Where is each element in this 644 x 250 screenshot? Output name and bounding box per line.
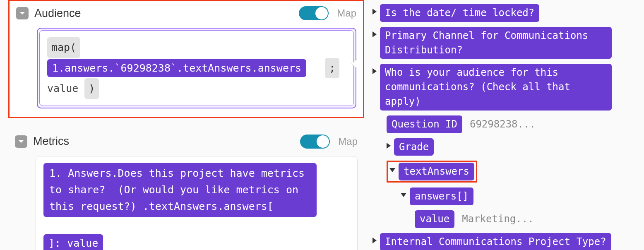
tree-node-value[interactable]: value Marketing...: [415, 210, 636, 228]
qid-key: Question ID: [387, 115, 462, 133]
metrics-title: Metrics: [33, 135, 294, 148]
collapse-toggle[interactable]: [16, 7, 29, 19]
metrics-section: Metrics Map 1. Answers.Does this project…: [8, 130, 364, 250]
metrics-formula[interactable]: 1. Answers.Does this project have metric…: [36, 156, 358, 250]
chevron-down-icon: [19, 10, 26, 17]
audience-header: Audience Map: [16, 6, 356, 20]
value-key: value: [415, 210, 454, 228]
map-toggle-label: Map: [338, 136, 358, 147]
value-text: Marketing...: [462, 213, 533, 225]
chevron-down-icon: [18, 138, 24, 145]
audience-formula-wrap: map( 1.answers.`69298238`.textAnswers.an…: [37, 28, 356, 108]
qid-value: 69298238...: [470, 118, 536, 130]
metrics-chip-bottom[interactable]: ]: value: [43, 234, 103, 250]
tree-node-label: Who is your audience for this communicat…: [380, 64, 612, 110]
map-toggle[interactable]: [300, 135, 330, 149]
tree-node[interactable]: Internal Communications Project Type?: [372, 233, 636, 250]
collapse-toggle[interactable]: [15, 135, 27, 148]
paren-close-token: ): [84, 78, 99, 99]
tree-node-label: Primary Channel for Communications Distr…: [380, 27, 612, 59]
map-open-token: map(: [47, 37, 80, 58]
audience-section: Audience Map map( 1.answers.`69298238`.t…: [8, 0, 364, 118]
map-toggle[interactable]: [299, 6, 329, 20]
textanswers-key[interactable]: textAnswers: [399, 163, 474, 180]
pointer-icon: [352, 59, 358, 69]
expand-icon[interactable]: [372, 68, 377, 74]
expand-icon[interactable]: [372, 31, 377, 37]
tree-node-label: Is the date/ time locked?: [380, 4, 539, 22]
expand-icon[interactable]: [372, 238, 377, 243]
tree-node-label: Internal Communications Project Type?: [380, 233, 611, 250]
tree-node-grade[interactable]: Grade: [387, 138, 636, 156]
metrics-header: Metrics Map: [15, 135, 358, 149]
tree-node[interactable]: Who is your audience for this communicat…: [372, 64, 636, 110]
metrics-chip-top[interactable]: 1. Answers.Does this project have metric…: [43, 163, 317, 217]
expand-icon[interactable]: [389, 168, 395, 172]
grade-key: Grade: [394, 138, 434, 156]
map-toggle-label: Map: [337, 7, 356, 19]
expand-icon[interactable]: [401, 193, 406, 197]
semicolon-token: ;: [325, 58, 339, 79]
data-tree: Is the date/ time locked? Primary Channe…: [372, 4, 636, 250]
audience-formula[interactable]: map( 1.answers.`69298238`.textAnswers.an…: [39, 30, 354, 106]
tree-node[interactable]: Is the date/ time locked?: [372, 4, 636, 22]
tree-node-qid[interactable]: Question ID 69298238...: [387, 115, 636, 133]
tree-node[interactable]: Primary Channel for Communications Distr…: [372, 27, 636, 59]
expand-icon[interactable]: [387, 143, 391, 149]
tree-node-answers[interactable]: answers[]: [401, 188, 636, 205]
path-chip[interactable]: 1.answers.`69298238`.textAnswers.answers: [47, 59, 306, 77]
audience-title: Audience: [34, 7, 293, 20]
tree-node-textanswers-wrap: textAnswers: [387, 161, 636, 183]
expand-icon[interactable]: [372, 9, 377, 14]
value-text: value: [47, 82, 78, 94]
answers-key: answers[]: [410, 188, 473, 205]
